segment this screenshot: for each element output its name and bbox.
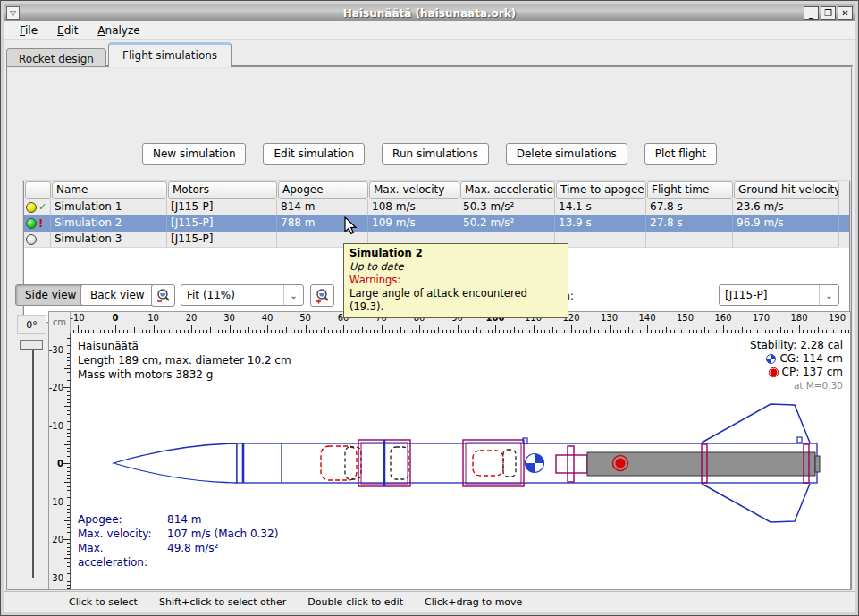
cell: [J115-P] xyxy=(167,232,277,248)
status-hint: Double-click to edit xyxy=(307,596,403,608)
cell: 50.2 m/s² xyxy=(459,215,555,232)
status-ball-icon xyxy=(26,234,37,245)
cell: 96.9 m/s xyxy=(733,215,839,232)
table-body: ✓Simulation 1[J115-P]814 m108 m/s50.3 m/… xyxy=(24,199,849,248)
top-fin[interactable] xyxy=(702,404,810,443)
column-header-Apogee[interactable]: Apogee xyxy=(278,181,368,199)
rocket-mass: Mass with motors 3832 g xyxy=(78,367,291,382)
zoom-in-button[interactable] xyxy=(310,284,334,307)
column-header-Max. acceleration[interactable]: Max. acceleration xyxy=(460,181,555,199)
tooltip-status: Up to date xyxy=(349,260,562,274)
zoom-out-button[interactable] xyxy=(151,284,175,307)
menu-item-edit[interactable]: Edit xyxy=(49,22,86,38)
motor-configuration-select[interactable]: [J115-P] ⌄ xyxy=(719,284,839,306)
cg-icon xyxy=(766,354,776,364)
plot-flight-button[interactable]: Plot flight xyxy=(644,143,717,165)
status-ball-icon xyxy=(26,202,37,213)
cell: [J115-P] xyxy=(167,199,277,215)
menu-item-analyze[interactable]: Analyze xyxy=(89,22,147,38)
application-window: ▽ Haisunäätä (haisunaata.ork) _ ❐ ✕ File… xyxy=(0,0,859,616)
rocket-info-text: Haisunäätä Length 189 cm, max. diameter … xyxy=(78,339,291,382)
cell xyxy=(733,232,839,248)
warning-icon: ! xyxy=(38,217,43,230)
flight-value: 814 m xyxy=(167,512,201,527)
tooltip-warnings-label: Warnings: xyxy=(349,274,562,287)
cell: 814 m xyxy=(277,199,368,215)
cp-icon xyxy=(769,367,779,377)
bottom-fin[interactable] xyxy=(702,484,810,522)
back-view-button[interactable]: Back view xyxy=(80,284,155,306)
cell: 108 m/s xyxy=(368,199,459,215)
column-header-Ground hit velocity[interactable]: Ground hit velocity xyxy=(734,181,839,199)
table-row[interactable]: ✓Simulation 1[J115-P]814 m108 m/s50.3 m/… xyxy=(24,199,849,215)
cell: Simulation 1 xyxy=(51,199,167,215)
cell xyxy=(555,232,646,248)
tab-flight-simulations[interactable]: Flight simulations xyxy=(108,42,232,67)
column-header-Max. velocity[interactable]: Max. velocity xyxy=(369,181,459,199)
flight-value: 107 m/s (Mach 0.32) xyxy=(167,527,278,541)
flight-label: Apogee: xyxy=(78,512,167,527)
rocket-dimensions: Length 189 cm, max. diameter 10.2 cm xyxy=(78,353,291,367)
stability-info: Stability: 2.28 cal CG: 114 cm xyxy=(750,339,843,392)
rocket-name: Haisunäätä xyxy=(78,339,291,353)
side-view-button[interactable]: Side view xyxy=(15,284,86,306)
menu-item-file[interactable]: File xyxy=(12,22,46,38)
nose-cone[interactable] xyxy=(114,443,237,483)
rotation-angle-display: 0° xyxy=(17,315,46,334)
status-hint: Shift+click to select other xyxy=(159,596,286,608)
flight-simulations-panel: New simulationEdit simulationRun simulat… xyxy=(6,66,853,591)
tooltip-title: Simulation 2 xyxy=(349,247,562,260)
new-simulation-button[interactable]: New simulation xyxy=(142,143,247,165)
rotation-slider[interactable] xyxy=(17,338,46,581)
rocket-figure[interactable]: Haisunäätä Length 189 cm, max. diameter … xyxy=(71,333,850,589)
cell: Simulation 2 xyxy=(51,215,167,232)
menu-bar: FileEditAnalyze xyxy=(4,21,855,40)
simulation-tooltip: Simulation 2 Up to date Warnings: Large … xyxy=(343,243,568,318)
status-hint: Click+drag to move xyxy=(425,596,522,608)
stability-value: Stability: 2.28 cal xyxy=(750,339,843,352)
status-cell: ✓ xyxy=(24,199,51,215)
flight-summary-row: Max. velocity:107 m/s (Mach 0.32) xyxy=(78,527,278,541)
vertical-ruler: -30-20-100102030 xyxy=(49,333,71,589)
status-cell: ! xyxy=(24,215,51,232)
flight-label: Max. acceleration: xyxy=(78,541,167,570)
status-bar: Click to selectShift+click to select oth… xyxy=(4,591,855,612)
rocket-view-canvas: cm -100102030405060708090100110120130140… xyxy=(48,311,851,590)
tab-bar: Rocket designFlight simulations xyxy=(6,42,853,66)
flight-value: 49.8 m/s² xyxy=(167,541,218,570)
status-ball-icon xyxy=(26,218,37,229)
check-icon: ✓ xyxy=(38,201,46,213)
magnifier-minus-icon xyxy=(156,288,172,304)
status-cell xyxy=(24,232,51,248)
slider-track xyxy=(32,343,34,578)
zoom-level-select[interactable]: Fit (11%) ⌄ xyxy=(181,284,304,306)
run-simulations-button[interactable]: Run simulations xyxy=(382,143,489,165)
cell: 50.3 m/s² xyxy=(459,199,555,215)
title-bar[interactable]: ▽ Haisunäätä (haisunaata.ork) _ ❐ ✕ xyxy=(4,4,855,21)
mouse-cursor xyxy=(342,216,358,236)
flight-summary-row: Max. acceleration:49.8 m/s² xyxy=(78,541,278,570)
status-hint: Click to select xyxy=(69,596,138,608)
magnifier-plus-icon xyxy=(315,288,331,304)
column-header-Name[interactable]: Name xyxy=(52,181,167,199)
tooltip-warning-text: Large angle of attack encountered (19.3)… xyxy=(349,287,562,314)
ruler-unit-label: cm xyxy=(49,312,71,333)
slider-handle[interactable] xyxy=(20,340,43,350)
column-header-Motors[interactable]: Motors xyxy=(168,181,277,199)
motor-configuration-value: [J115-P] xyxy=(720,289,819,301)
column-header-Time to apogee[interactable]: Time to apogee xyxy=(556,181,646,199)
mach-condition: at M=0.30 xyxy=(794,379,843,392)
table-row[interactable]: !Simulation 2[J115-P]788 m109 m/s50.2 m/… xyxy=(24,215,849,232)
cp-value: CP: 137 cm xyxy=(782,366,843,379)
motor-nozzle[interactable] xyxy=(815,456,820,472)
table-header-row: NameMotorsApogeeMax. velocityMax. accele… xyxy=(24,181,849,199)
delete-simulations-button[interactable]: Delete simulations xyxy=(506,143,627,165)
cell: 23.6 m/s xyxy=(733,199,839,215)
cell: 109 m/s xyxy=(368,215,459,232)
column-header-Flight time[interactable]: Flight time xyxy=(647,181,733,199)
cell: 14.1 s xyxy=(555,199,646,215)
cell: 27.8 s xyxy=(646,215,733,232)
column-header-status[interactable] xyxy=(25,181,51,199)
launch-lug-2[interactable] xyxy=(797,437,802,443)
edit-simulation-button[interactable]: Edit simulation xyxy=(263,143,365,165)
